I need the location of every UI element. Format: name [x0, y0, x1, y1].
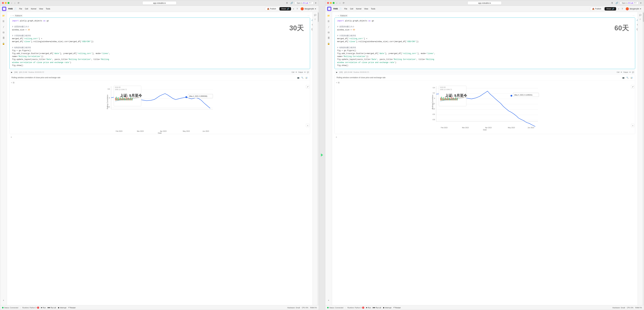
- chart-home-btn-right[interactable]: ⌂: [631, 124, 634, 127]
- sidebar-list-left[interactable]: ☰: [1, 19, 6, 24]
- run-btn-left[interactable]: ▶: [11, 71, 13, 73]
- sidebar-lock-left[interactable]: 🔒: [1, 41, 6, 46]
- interrupt-action-right[interactable]: ⏹ Interrupt: [383, 307, 391, 308]
- cell-plus-left[interactable]: +: [12, 14, 14, 17]
- user-btn-right[interactable]: bboyjerrylin ▾: [625, 7, 642, 11]
- sidebar-formula-left[interactable]: 𝑓: [1, 24, 6, 29]
- interrupt-action-left[interactable]: ⏹ Interrupt: [58, 307, 66, 308]
- menu-tools-right[interactable]: Tools: [370, 7, 376, 10]
- sidebar-files-right[interactable]: 📁: [326, 13, 331, 18]
- right-history-icon-right[interactable]: ⏱: [638, 18, 642, 21]
- help-btn-right[interactable]: ?: [621, 7, 624, 11]
- restart-action-left[interactable]: ↺ Restart: [68, 306, 76, 308]
- menu-tools-left[interactable]: Tools: [44, 7, 52, 10]
- sidebar-add-right[interactable]: +: [326, 298, 331, 303]
- minimize-button-left[interactable]: [5, 2, 7, 4]
- address-bar-right[interactable]: app.noteable.io: [468, 1, 502, 5]
- forward-button-left[interactable]: ›: [14, 2, 16, 4]
- user-btn-left[interactable]: bboyjerrylin ▾: [300, 7, 317, 11]
- chart-home-btn-left[interactable]: ⌂: [306, 124, 309, 127]
- menu-view-right[interactable]: View: [363, 7, 369, 10]
- chart-camera-btn-right[interactable]: 📷: [622, 76, 625, 79]
- publish-button-right[interactable]: 📤 Publish: [590, 7, 603, 11]
- run-all-action-right[interactable]: ▶▶ Run all: [373, 306, 381, 308]
- code-cell-right[interactable]: import plotly.graph_objects as go # 设置滚动…: [334, 18, 635, 69]
- run-action-left[interactable]: ▶ Run: [41, 306, 46, 308]
- maximize-button-right[interactable]: [333, 2, 334, 4]
- sidebar-add-left[interactable]: +: [1, 298, 6, 303]
- share-button-right[interactable]: Share 🔗: [604, 7, 616, 10]
- restart-action-right[interactable]: ↺ Restart: [393, 306, 400, 308]
- cell-link-btn-left[interactable]: 🔗: [311, 18, 312, 22]
- forward-button-right[interactable]: ›: [339, 2, 341, 4]
- sidebar-db-right[interactable]: 🗄: [326, 36, 331, 40]
- code-cell-left[interactable]: import plotly.graph_objects as go # 设置滚动…: [10, 18, 310, 69]
- cell-trash-btn-right[interactable]: 🗑: [636, 23, 638, 26]
- close-button-left[interactable]: [2, 2, 4, 4]
- sidebar-formula-right[interactable]: 𝑓: [326, 24, 331, 29]
- chart-expand-btn-left[interactable]: ⤢: [306, 85, 309, 88]
- cell-trash-btn-left[interactable]: 🗑: [311, 23, 312, 26]
- minimize-button-right[interactable]: [330, 2, 332, 4]
- bookmark-icon-right[interactable]: 🔗: [615, 1, 619, 5]
- reload-button-right[interactable]: ⟳: [342, 2, 345, 4]
- open-ailab-btn-left[interactable]: Open in AI Lab ⌘O: [295, 2, 313, 4]
- add-cell-btn-left[interactable]: +: [10, 135, 13, 139]
- help-btn-left[interactable]: ?: [296, 7, 298, 11]
- share-icon-right[interactable]: ⬆: [610, 1, 614, 5]
- back-button-left[interactable]: ‹: [11, 2, 13, 4]
- menu-kernel-right[interactable]: Kernel: [355, 7, 363, 10]
- chart-grid-right[interactable]: ⊞: [338, 81, 340, 84]
- chart-grid-left[interactable]: ⊞: [13, 81, 14, 84]
- chart-zoom-btn-right[interactable]: 🔍: [626, 76, 629, 79]
- cell-plus-right[interactable]: +: [338, 14, 339, 17]
- sidebar-sliders-right[interactable]: ⊟: [326, 30, 331, 35]
- bookmark-icon-left[interactable]: 🔗: [290, 1, 294, 5]
- menu-cell-left[interactable]: Cell: [24, 7, 30, 10]
- chart-zoom-btn-left[interactable]: 🔍: [301, 76, 304, 79]
- scrollbar-left[interactable]: [318, 12, 319, 305]
- add-btn-right[interactable]: +: [617, 7, 620, 11]
- menu-file-right[interactable]: File: [343, 7, 348, 10]
- maximize-button-left[interactable]: [8, 2, 10, 4]
- right-chat-icon-left[interactable]: 💬: [313, 13, 317, 17]
- cell-dots-left[interactable]: ···: [10, 14, 12, 17]
- back-button-right[interactable]: ‹: [336, 2, 338, 4]
- sidebar-lock-right[interactable]: 🔒: [326, 41, 331, 46]
- chart-camera-btn-left[interactable]: 📷: [296, 76, 300, 79]
- open-ailab-btn-right[interactable]: Open in AI Lab ⌘O: [620, 2, 638, 4]
- publish-button-left[interactable]: 📤 Publish: [265, 7, 278, 11]
- chart-plus-left[interactable]: +: [11, 81, 12, 84]
- right-chat-icon-right[interactable]: 💬: [638, 13, 642, 17]
- run-btn-right[interactable]: ▶: [336, 71, 338, 73]
- chevron-btn-right[interactable]: ▾: [640, 2, 642, 4]
- cell-comment-btn-right[interactable]: 💬: [636, 28, 638, 31]
- right-history-icon-left[interactable]: ⏱: [313, 18, 317, 21]
- chart-expand-btn-right[interactable]: ⤢: [631, 85, 634, 88]
- cell-dots-right[interactable]: ···: [335, 14, 337, 17]
- share-button-left[interactable]: Share 🔗: [280, 7, 291, 10]
- chart-plus-right[interactable]: +: [336, 81, 337, 84]
- reload-button-left[interactable]: ⟳: [17, 2, 20, 4]
- chart-bar-btn-left[interactable]: 📊: [305, 76, 308, 79]
- sidebar-files-left[interactable]: 📁: [1, 13, 6, 18]
- sidebar-list-right[interactable]: ☰: [326, 19, 331, 24]
- menu-file-left[interactable]: File: [18, 7, 24, 10]
- chart-bar-btn-right[interactable]: 📊: [630, 76, 633, 79]
- cell-link-btn-right[interactable]: 🔗: [636, 18, 638, 22]
- address-bar-left[interactable]: app.noteable.io: [142, 1, 176, 5]
- run-all-action-left[interactable]: ▶▶ Run all: [48, 306, 56, 308]
- menu-cell-right[interactable]: Cell: [349, 7, 354, 10]
- menu-kernel-left[interactable]: Kernel: [30, 7, 38, 10]
- sidebar-sliders-left[interactable]: ⊟: [1, 30, 6, 35]
- scrollbar-right[interactable]: [642, 12, 644, 305]
- menu-view-left[interactable]: View: [38, 7, 44, 10]
- chevron-btn-left[interactable]: ▾: [314, 2, 317, 4]
- share-icon-left[interactable]: ⬆: [286, 1, 288, 5]
- run-action-right[interactable]: ▶ Run: [366, 306, 371, 308]
- cell-comment-btn-left[interactable]: 💬: [311, 28, 312, 31]
- sidebar-db-left[interactable]: 🗄: [1, 36, 6, 40]
- add-btn-left[interactable]: +: [292, 7, 295, 11]
- close-button-right[interactable]: [327, 2, 329, 4]
- add-cell-btn-right[interactable]: +: [334, 135, 338, 139]
